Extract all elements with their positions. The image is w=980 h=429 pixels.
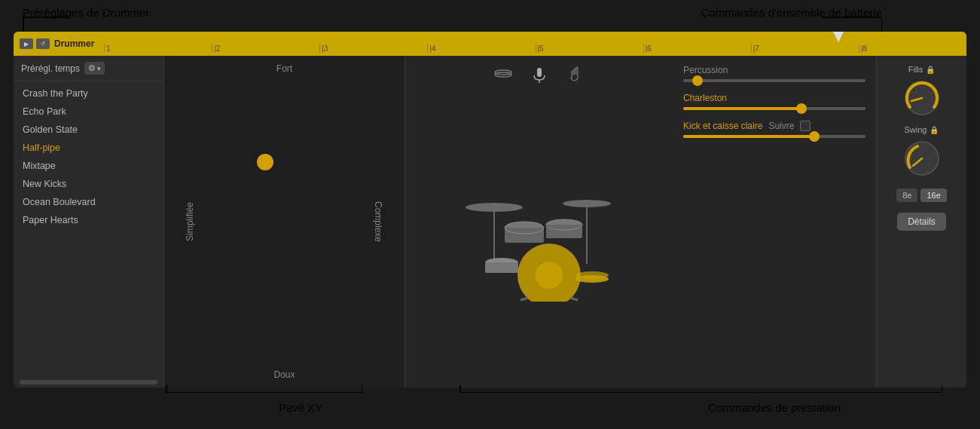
- bracket-left-top: [23, 17, 24, 33]
- sidebar-item-new-kicks[interactable]: New Kicks: [14, 175, 163, 193]
- bracket-right-horiz: [822, 17, 882, 18]
- drum-controls-panel: Percussion Charleston: [673, 56, 876, 388]
- sidebar-scrollbar[interactable]: [20, 380, 157, 385]
- sidebar-item-golden-state[interactable]: Golden State: [14, 121, 163, 139]
- swing-label: Swing: [905, 125, 927, 134]
- svg-rect-12: [546, 225, 582, 238]
- bracket-xy-left: [166, 385, 167, 393]
- btn-16e[interactable]: 16e: [920, 188, 946, 202]
- svg-point-22: [575, 271, 609, 279]
- mic-icon[interactable]: [530, 65, 549, 87]
- drum-visual-area: [405, 56, 673, 388]
- drum-kit-svg: [453, 173, 626, 302]
- sidebar-header-label: Prérégl. temps: [21, 63, 80, 74]
- suivre-checkbox[interactable]: [800, 121, 811, 131]
- fills-knob[interactable]: [902, 78, 942, 118]
- swing-lock-icon[interactable]: 🔒: [930, 126, 939, 134]
- kick-label: Kick et caisse claire: [683, 121, 762, 131]
- play-button[interactable]: ▶: [20, 38, 33, 49]
- charleston-slider-thumb[interactable]: [796, 103, 807, 114]
- timeline-bar: ▶ ↺ Drummer 1 |2 |3 |4 |5 |6 |7 |8: [14, 32, 966, 56]
- sidebar-item-ocean-boulevard[interactable]: Ocean Boulevard: [14, 193, 163, 211]
- svg-line-19: [521, 298, 528, 300]
- bracket-xy-horiz: [166, 392, 362, 394]
- sidebar-header: Prérégl. temps ⚙ ▾: [14, 56, 163, 81]
- drum-icon-row: [493, 56, 585, 87]
- sidebar-item-paper-hearts[interactable]: Paper Hearts: [14, 211, 163, 229]
- playhead: [833, 32, 844, 42]
- fills-lock-icon[interactable]: 🔒: [926, 66, 935, 74]
- gear-icon: ⚙: [88, 63, 96, 73]
- suivre-label: Suivre: [768, 121, 794, 131]
- details-button[interactable]: Détails: [897, 213, 946, 231]
- charleston-label: Charleston: [683, 93, 866, 103]
- sidebar-list: Crash the Party Echo Park Golden State H…: [14, 81, 163, 377]
- sidebar-item-mixtape[interactable]: Mixtape: [14, 157, 163, 175]
- right-panel: Fills 🔒 Swing: [876, 56, 966, 388]
- swing-section: Swing 🔒: [902, 125, 942, 178]
- swing-knob[interactable]: [902, 139, 942, 178]
- timeline-controls: ▶ ↺: [20, 38, 50, 49]
- drum-kit-visual: [453, 87, 626, 388]
- xy-label-simplifiee: Simplifiée: [185, 202, 195, 241]
- ruler-mark-6: |6: [643, 44, 751, 53]
- hihat-icon[interactable]: [493, 65, 513, 87]
- drum-section: Percussion Charleston: [405, 56, 876, 388]
- svg-line-20: [570, 298, 578, 300]
- btn-8e[interactable]: 8e: [896, 188, 917, 202]
- fills-label: Fills: [908, 65, 924, 74]
- charleston-slider-fill: [683, 107, 801, 110]
- bracket-perf-horiz: [459, 392, 942, 394]
- ruler-mark-2: |2: [212, 44, 319, 53]
- percussion-slider-container: [683, 79, 866, 82]
- svg-rect-15: [485, 262, 518, 273]
- bracket-xy-right: [362, 385, 363, 393]
- bracket-left-horiz: [23, 17, 68, 18]
- charleston-slider-container: [683, 107, 866, 110]
- percussion-control: Percussion: [683, 65, 866, 82]
- bracket-perf-left: [459, 385, 461, 393]
- gear-button[interactable]: ⚙ ▾: [84, 62, 105, 75]
- kick-slider-thumb[interactable]: [809, 131, 820, 142]
- ruler-mark-7: |7: [751, 44, 859, 53]
- sidebar-item-crash-the-party[interactable]: Crash the Party: [14, 84, 163, 103]
- bracket-right-top: [881, 17, 883, 33]
- hand-icon[interactable]: [566, 65, 585, 87]
- ruler-mark-8: |8: [859, 44, 966, 53]
- annotation-xy-label: Pavé XY: [279, 401, 322, 414]
- percussion-label: Percussion: [683, 65, 866, 75]
- ruler-mark-4: |4: [427, 44, 535, 53]
- xy-label-fort: Fort: [164, 63, 405, 74]
- xy-label-doux: Doux: [164, 369, 405, 380]
- loop-button[interactable]: ↺: [36, 38, 50, 49]
- kick-slider-track[interactable]: [683, 135, 866, 138]
- swing-label-row: Swing 🔒: [905, 125, 939, 134]
- ruler-mark-3: |3: [319, 44, 427, 53]
- beat-buttons-row: 8e 16e: [896, 188, 947, 202]
- main-container: ▶ ↺ Drummer 1 |2 |3 |4 |5 |6 |7 |8 Préré…: [14, 32, 966, 388]
- sidebar: Prérégl. temps ⚙ ▾ Crash the Party Echo …: [14, 56, 164, 388]
- kick-slider-fill: [683, 135, 814, 138]
- sidebar-item-echo-park[interactable]: Echo Park: [14, 103, 163, 121]
- xy-label-complexe: Complexe: [373, 201, 383, 242]
- chevron-down-icon: ▾: [97, 65, 101, 72]
- fills-section: Fills 🔒: [902, 65, 942, 118]
- svg-point-5: [563, 200, 611, 207]
- annotation-perf-label: Commandes de prestation: [708, 401, 841, 414]
- xy-pad[interactable]: Fort Doux Simplifiée Complexe: [164, 56, 405, 388]
- kick-control: Kick et caisse claire Suivre: [683, 121, 866, 138]
- charleston-control: Charleston: [683, 93, 866, 110]
- svg-point-4: [466, 203, 523, 212]
- svg-rect-2: [537, 68, 542, 77]
- svg-rect-9: [505, 228, 544, 243]
- kick-label-row: Kick et caisse claire Suivre: [683, 121, 866, 131]
- ruler-mark-5: |5: [536, 44, 643, 53]
- charleston-slider-track[interactable]: [683, 107, 866, 110]
- percussion-slider-track[interactable]: [683, 79, 866, 82]
- ruler-mark-1: 1: [104, 44, 212, 53]
- fills-label-row: Fills 🔒: [908, 65, 936, 74]
- xy-dot[interactable]: [257, 154, 273, 170]
- percussion-slider-thumb[interactable]: [692, 75, 703, 86]
- bracket-perf-right: [942, 385, 943, 393]
- sidebar-item-half-pipe[interactable]: Half-pipe: [14, 139, 163, 157]
